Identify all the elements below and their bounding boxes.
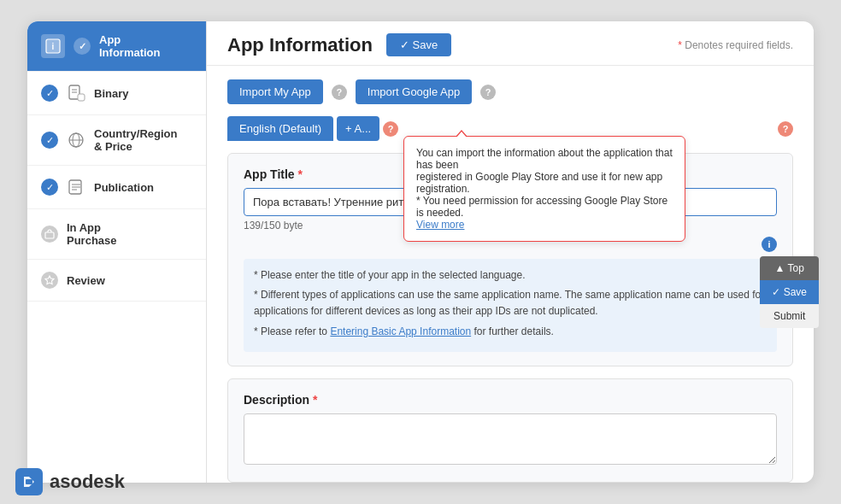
description-label: Description * (244, 393, 777, 407)
float-save-button[interactable]: ✓ Save (760, 280, 814, 304)
app-information-check: ✓ (74, 38, 91, 55)
app-title-info-icon[interactable]: i (762, 237, 777, 252)
required-note: * Denotes required fields. (678, 39, 793, 51)
language-help-icon[interactable]: ? (383, 121, 398, 137)
binary-icon (67, 84, 85, 103)
sidebar-item-country-region[interactable]: ✓ Country/Region & Price (27, 115, 206, 166)
description-section: Description * (227, 378, 793, 483)
import-google-app-button[interactable]: Import Google App (356, 79, 472, 104)
hint-1: * Please enter the title of your app in … (254, 267, 767, 284)
sidebar: i ✓ App Information ✓ (27, 21, 207, 483)
float-top-button[interactable]: ▲ Top (760, 256, 814, 280)
import-my-app-button[interactable]: Import My App (227, 79, 323, 104)
binary-check: ✓ (41, 85, 58, 102)
required-star: * (678, 39, 682, 51)
tooltip-view-more-link[interactable]: View more (416, 219, 464, 231)
app-title-required-star: * (298, 167, 303, 181)
hint-box: * Please enter the title of your app in … (244, 259, 777, 352)
svg-rect-14 (45, 232, 54, 238)
tooltip-line1: You can import the information about the… (416, 147, 673, 171)
sidebar-label-country2: & Price (94, 140, 178, 153)
review-check (41, 272, 58, 289)
main-header: App Information ✓ Save * Denotes require… (207, 21, 814, 66)
add-language-button[interactable]: + A... (337, 116, 379, 141)
publication-check: ✓ (41, 179, 58, 196)
float-buttons: ▲ Top ✓ Save Submit (760, 256, 814, 328)
float-submit-button[interactable]: Submit (760, 304, 814, 328)
sidebar-item-publication[interactable]: ✓ Publication (27, 166, 206, 209)
publication-icon (67, 178, 85, 196)
import-google-app-help-icon[interactable]: ? (480, 85, 496, 100)
main-content: App Information ✓ Save * Denotes require… (207, 21, 814, 483)
tooltip-line2: registered in Google Play Store and use … (416, 171, 673, 195)
tooltip-line3: * You need permission for accessing Goog… (416, 195, 673, 219)
sidebar-label-inapp1: In App (67, 221, 117, 234)
sidebar-label-review: Review (67, 274, 105, 287)
main-body: Import My App ? Import Google App ? You … (207, 66, 814, 483)
sidebar-label-app-information2: Information (99, 46, 161, 59)
app-information-icon: i (41, 34, 65, 58)
sidebar-label-binary: Binary (94, 87, 128, 100)
page-title: App Information (227, 34, 373, 56)
sidebar-item-binary[interactable]: ✓ Binary (27, 72, 206, 115)
sidebar-label-inapp2: Purchase (67, 234, 117, 247)
in-app-purchase-check (41, 226, 58, 243)
hint-2: * Different types of applications can us… (254, 287, 767, 319)
hint-link[interactable]: Entering Basic App Information (330, 325, 471, 337)
sidebar-item-review[interactable]: Review (27, 260, 206, 302)
save-button-header[interactable]: ✓ Save (386, 33, 451, 56)
section-help-icon[interactable]: ? (778, 121, 793, 137)
svg-rect-15 (26, 479, 32, 484)
sidebar-label-country1: Country/Region (94, 127, 178, 140)
hint-3: * Please refer to Entering Basic App Inf… (254, 324, 767, 340)
english-default-tab[interactable]: English (Default) (227, 116, 333, 141)
sidebar-label-publication: Publication (94, 181, 154, 194)
country-check: ✓ (41, 132, 58, 149)
import-my-app-help-icon[interactable]: ? (332, 85, 347, 100)
country-icon (67, 131, 85, 149)
sidebar-item-in-app-purchase[interactable]: In App Purchase (27, 209, 206, 260)
svg-rect-6 (78, 94, 85, 101)
branding: asodesk (15, 468, 125, 495)
main-card: i ✓ App Information ✓ (27, 21, 814, 483)
brand-name: asodesk (50, 471, 125, 493)
description-textarea[interactable] (244, 413, 777, 465)
sidebar-label-app-information: App (99, 33, 161, 46)
import-tooltip-popup: You can import the information about the… (403, 136, 685, 242)
import-row: Import My App ? Import Google App ? (227, 79, 793, 104)
description-required-star: * (313, 393, 317, 407)
required-note-text: Denotes required fields. (685, 39, 793, 51)
sidebar-item-app-information[interactable]: i ✓ App Information (27, 21, 206, 72)
svg-text:i: i (52, 42, 55, 51)
brand-icon (15, 468, 43, 495)
